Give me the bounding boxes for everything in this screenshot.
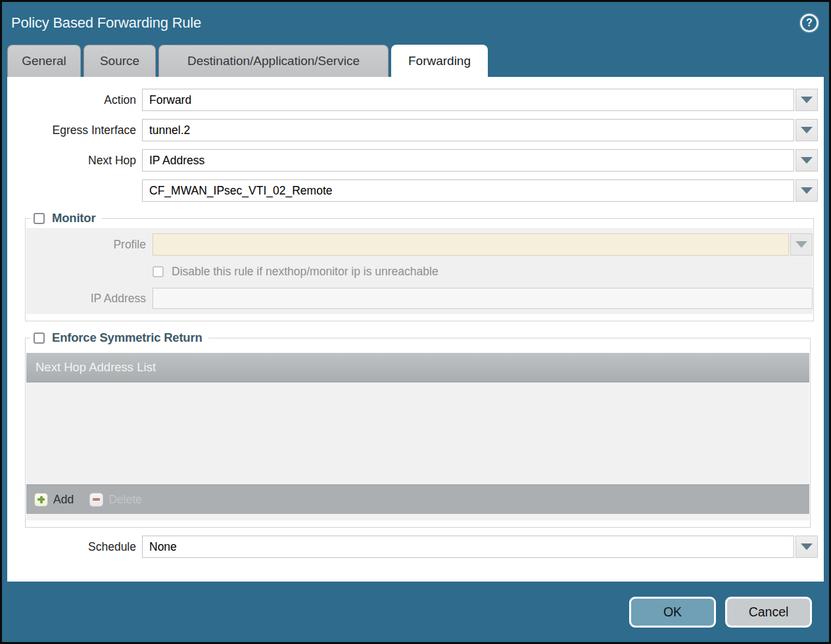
policy-based-forwarding-dialog: Policy Based Forwarding Rule ? General S… — [0, 0, 831, 644]
monitor-legend: Monitor — [30, 211, 101, 225]
next-hop-row: Next Hop IP Address — [7, 149, 824, 172]
ok-button[interactable]: OK — [629, 597, 716, 628]
tab-general[interactable]: General — [7, 45, 81, 77]
help-icon[interactable]: ? — [800, 14, 819, 32]
monitor-ip-address-label: IP Address — [26, 292, 153, 306]
delete-button-label: Delete — [108, 493, 142, 507]
next-hop-combo: IP Address — [142, 149, 818, 172]
dialog-titlebar: Policy Based Forwarding Rule ? — [2, 2, 829, 44]
next-hop-address-combo: CF_MWAN_IPsec_VTI_02_Remote — [142, 179, 818, 202]
chevron-down-icon — [801, 127, 813, 133]
grid-toolbar: Add Delete — [26, 484, 809, 514]
next-hop-address-value[interactable]: CF_MWAN_IPsec_VTI_02_Remote — [142, 179, 794, 202]
delete-button[interactable]: Delete — [89, 493, 142, 507]
schedule-value[interactable]: None — [142, 536, 794, 558]
enforce-symmetric-return-fieldset: Enforce Symmetric Return Next Hop Addres… — [25, 331, 811, 528]
add-button-label: Add — [53, 493, 74, 507]
next-hop-address-row: CF_MWAN_IPsec_VTI_02_Remote — [7, 179, 824, 202]
profile-combo — [153, 233, 813, 256]
forwarding-tab-panel: Action Forward Egress Interface tunnel.2… — [7, 77, 824, 582]
chevron-down-icon — [801, 543, 813, 550]
disable-rule-checkbox[interactable] — [153, 266, 164, 277]
monitor-checkbox[interactable] — [34, 213, 45, 224]
profile-value[interactable] — [153, 233, 789, 256]
next-hop-value[interactable]: IP Address — [142, 149, 794, 172]
add-button[interactable]: Add — [34, 493, 74, 507]
next-hop-label: Next Hop — [7, 154, 142, 168]
disable-rule-row: Disable this rule if nexthop/monitor ip … — [153, 265, 813, 279]
egress-interface-row: Egress Interface tunnel.2 — [7, 119, 824, 141]
profile-label: Profile — [26, 238, 153, 252]
tab-forwarding[interactable]: Forwarding — [391, 45, 488, 77]
enforce-symmetric-return-checkbox[interactable] — [34, 333, 45, 344]
chevron-down-icon — [801, 97, 813, 103]
schedule-label: Schedule — [7, 540, 142, 554]
schedule-row: Schedule None — [7, 536, 824, 558]
next-hop-address-grid: Next Hop Address List Add Delete — [26, 353, 809, 520]
chevron-down-icon — [801, 187, 813, 194]
action-label: Action — [7, 93, 142, 107]
egress-interface-value[interactable]: tunnel.2 — [142, 119, 794, 141]
add-icon — [34, 493, 48, 507]
schedule-dropdown-trigger[interactable] — [795, 536, 818, 558]
schedule-combo: None — [142, 536, 818, 558]
monitor-pane: Profile Disable this rule if nexthop/mon… — [26, 228, 813, 314]
profile-dropdown-trigger[interactable] — [790, 233, 813, 256]
dialog-footer: OK Cancel — [2, 582, 829, 642]
tab-source[interactable]: Source — [83, 45, 156, 77]
action-combo: Forward — [142, 89, 818, 111]
delete-icon — [89, 493, 103, 507]
grid-body-empty — [26, 382, 809, 484]
monitor-ip-address-row: IP Address — [26, 288, 813, 309]
next-hop-address-dropdown-trigger[interactable] — [795, 179, 818, 202]
monitor-ip-address-input[interactable] — [153, 288, 813, 309]
tab-destination-application-service[interactable]: Destination/Application/Service — [158, 45, 389, 77]
action-row: Action Forward — [7, 89, 824, 111]
grid-bottom-padding — [26, 514, 809, 520]
egress-interface-combo: tunnel.2 — [142, 119, 818, 141]
enforce-legend: Enforce Symmetric Return — [30, 331, 208, 345]
dialog-title: Policy Based Forwarding Rule — [11, 14, 201, 32]
egress-interface-label: Egress Interface — [7, 124, 142, 137]
profile-row: Profile — [26, 233, 813, 256]
monitor-fieldset: Monitor Profile Disable this rule if nex… — [25, 211, 814, 321]
action-dropdown-trigger[interactable] — [795, 89, 818, 111]
action-value[interactable]: Forward — [142, 89, 794, 111]
disable-rule-label: Disable this rule if nexthop/monitor ip … — [172, 265, 439, 279]
cancel-button[interactable]: Cancel — [725, 597, 812, 628]
tab-strip: General Source Destination/Application/S… — [2, 44, 829, 77]
monitor-legend-label: Monitor — [52, 211, 95, 225]
grid-column-header[interactable]: Next Hop Address List — [26, 353, 809, 382]
chevron-down-icon — [795, 241, 807, 248]
next-hop-dropdown-trigger[interactable] — [795, 149, 818, 172]
chevron-down-icon — [801, 157, 813, 164]
egress-interface-dropdown-trigger[interactable] — [795, 119, 818, 141]
enforce-legend-label: Enforce Symmetric Return — [52, 331, 202, 345]
